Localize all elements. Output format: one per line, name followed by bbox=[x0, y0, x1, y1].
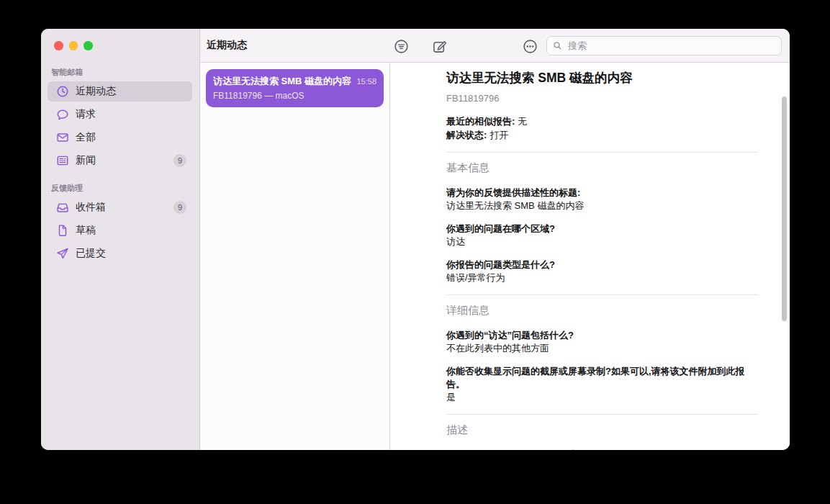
clock-icon bbox=[56, 85, 69, 98]
zoom-window-button[interactable] bbox=[84, 41, 93, 50]
toolbar: 近期动态 bbox=[200, 29, 790, 63]
content-row: 访达里无法搜索 SMB 磁盘的内容 15:58 FB11819796 — mac… bbox=[200, 63, 790, 450]
meta-resolution-status: 解决状态:打开 bbox=[446, 128, 758, 142]
chat-bubble-icon bbox=[56, 108, 69, 121]
filter-icon bbox=[394, 39, 409, 54]
unread-count-badge: 9 bbox=[173, 201, 186, 214]
answer-text: 访达 bbox=[446, 235, 758, 248]
document-icon bbox=[56, 224, 69, 237]
meta-value: 打开 bbox=[490, 130, 508, 140]
main-area: 近期动态 访达里无法搜索 SMB 磁盘的内容 15 bbox=[200, 29, 790, 450]
list-item-time: 15:58 bbox=[356, 77, 376, 86]
scrollbar-thumb[interactable] bbox=[782, 96, 787, 321]
answer-text: 错误/异常行为 bbox=[446, 271, 758, 284]
sidebar-item-label: 近期动态 bbox=[76, 85, 186, 98]
qa-block: 你遇到的问题在哪个区域? 访达 bbox=[446, 222, 758, 248]
answer-text: 不在此列表中的其他方面 bbox=[446, 342, 758, 355]
section-heading-details: 详细信息 bbox=[446, 304, 758, 318]
list-item[interactable]: 访达里无法搜索 SMB 磁盘的内容 15:58 FB11819796 — mac… bbox=[206, 69, 384, 107]
question-text: 你遇到的问题在哪个区域? bbox=[446, 222, 758, 235]
report-id: FB11819796 bbox=[446, 93, 758, 104]
report-meta: 最近的相似报告:无 解决状态:打开 bbox=[446, 114, 758, 142]
sidebar-item-submitted[interactable]: 已提交 bbox=[48, 243, 192, 264]
answer-text: 访达里无法搜索 SMB 磁盘的内容 bbox=[446, 199, 758, 212]
sidebar-section-feedback-assistant: 反馈助理 收件箱 9 草稿 已提交 bbox=[41, 183, 199, 264]
newspaper-icon bbox=[56, 154, 69, 167]
list-header-title: 近期动态 bbox=[207, 29, 247, 62]
sidebar-item-label: 全部 bbox=[76, 131, 186, 144]
compose-button[interactable] bbox=[430, 37, 448, 55]
search-input[interactable] bbox=[567, 40, 775, 52]
compose-icon bbox=[432, 39, 447, 54]
sidebar-item-inbox[interactable]: 收件箱 9 bbox=[48, 197, 192, 217]
answer-text: 是 bbox=[446, 391, 758, 404]
envelope-icon bbox=[56, 131, 69, 144]
list-item-top-row: 访达里无法搜索 SMB 磁盘的内容 15:58 bbox=[213, 75, 376, 88]
sidebar-item-label: 收件箱 bbox=[76, 201, 173, 214]
qa-block: 请描述该问题以及重现问题的步骤: 升级到 13.0.1 之后,无法搜索 SMB … bbox=[446, 449, 758, 450]
sidebar-section-label: 智能邮箱 bbox=[51, 67, 189, 78]
report-title: 访达里无法搜索 SMB 磁盘的内容 bbox=[446, 69, 758, 86]
meta-similar-reports: 最近的相似报告:无 bbox=[446, 114, 758, 128]
section-divider bbox=[446, 414, 758, 415]
qa-block: 你能否收集显示问题的截屏或屏幕录制?如果可以,请将该文件附加到此报告。 是 bbox=[446, 365, 758, 404]
question-text: 你遇到的“访达”问题包括什么? bbox=[446, 329, 758, 342]
ellipsis-icon bbox=[523, 39, 538, 54]
sidebar: 智能邮箱 近期动态 请求 全部 bbox=[41, 29, 200, 450]
question-text: 你能否收集显示问题的截屏或屏幕录制?如果可以,请将该文件附加到此报告。 bbox=[446, 365, 758, 391]
search-icon bbox=[553, 41, 562, 50]
qa-block: 你遇到的“访达”问题包括什么? 不在此列表中的其他方面 bbox=[446, 329, 758, 355]
sidebar-item-all[interactable]: 全部 bbox=[48, 127, 192, 148]
sidebar-item-recent-activity[interactable]: 近期动态 bbox=[48, 81, 192, 102]
sidebar-item-requests[interactable]: 请求 bbox=[48, 104, 192, 125]
section-divider bbox=[446, 152, 758, 153]
close-window-button[interactable] bbox=[54, 41, 63, 50]
feedback-assistant-window: 智能邮箱 近期动态 请求 全部 bbox=[41, 29, 790, 450]
qa-block: 你报告的问题类型是什么? 错误/异常行为 bbox=[446, 258, 758, 284]
paper-plane-icon bbox=[56, 247, 69, 260]
unread-count-badge: 9 bbox=[173, 154, 186, 167]
sidebar-section-label: 反馈助理 bbox=[51, 183, 189, 194]
qa-block: 请为你的反馈提供描述性的标题: 访达里无法搜索 SMB 磁盘的内容 bbox=[446, 186, 758, 212]
inbox-tray-icon bbox=[56, 201, 69, 214]
section-heading-basic-info: 基本信息 bbox=[446, 161, 758, 175]
sidebar-item-label: 新闻 bbox=[76, 154, 173, 167]
sidebar-section-smart-mailboxes: 智能邮箱 近期动态 请求 全部 bbox=[41, 67, 199, 171]
question-text: 请描述该问题以及重现问题的步骤: bbox=[446, 449, 758, 450]
sidebar-item-label: 请求 bbox=[76, 108, 186, 121]
section-heading-description: 描述 bbox=[446, 423, 758, 437]
list-item-title: 访达里无法搜索 SMB 磁盘的内容 bbox=[213, 75, 352, 88]
sidebar-item-label: 已提交 bbox=[76, 247, 186, 260]
sidebar-item-news[interactable]: 新闻 9 bbox=[48, 150, 192, 171]
message-list: 访达里无法搜索 SMB 磁盘的内容 15:58 FB11819796 — mac… bbox=[200, 63, 390, 450]
meta-label: 最近的相似报告: bbox=[446, 116, 515, 127]
question-text: 你报告的问题类型是什么? bbox=[446, 258, 758, 271]
more-options-button[interactable] bbox=[521, 37, 538, 55]
sidebar-item-label: 草稿 bbox=[76, 224, 186, 237]
meta-label: 解决状态: bbox=[446, 130, 487, 140]
detail-pane: 访达里无法搜索 SMB 磁盘的内容 FB11819796 最近的相似报告:无 解… bbox=[390, 63, 790, 450]
filter-button[interactable] bbox=[392, 37, 410, 55]
section-divider bbox=[446, 294, 758, 295]
question-text: 请为你的反馈提供描述性的标题: bbox=[446, 186, 758, 199]
sidebar-item-drafts[interactable]: 草稿 bbox=[48, 220, 192, 240]
search-field[interactable] bbox=[546, 36, 782, 55]
minimize-window-button[interactable] bbox=[69, 41, 78, 50]
list-item-subtitle: FB11819796 — macOS bbox=[213, 91, 376, 101]
meta-value: 无 bbox=[518, 116, 527, 127]
window-controls bbox=[41, 29, 199, 50]
